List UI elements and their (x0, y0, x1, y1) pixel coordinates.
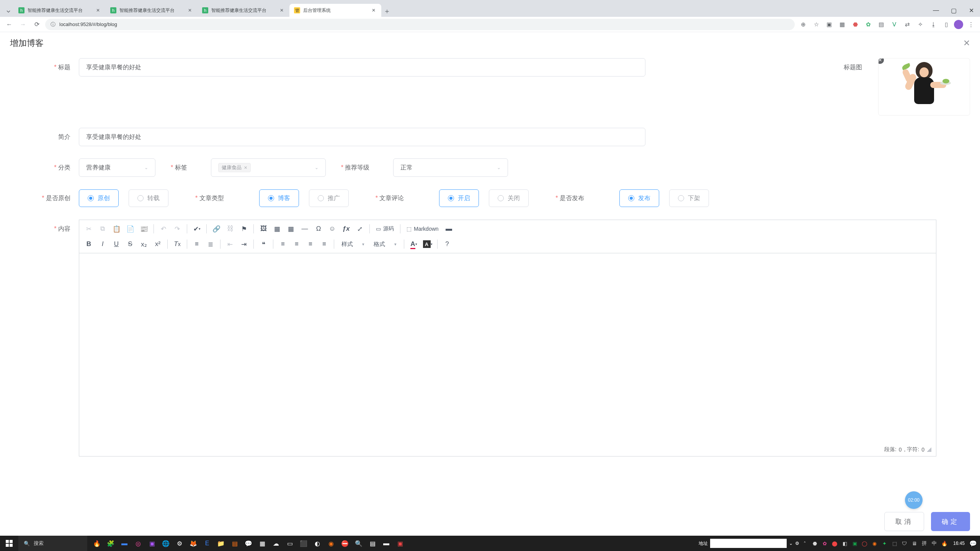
tray-icon[interactable]: ✦ (880, 539, 889, 548)
superscript-icon[interactable]: x² (151, 238, 164, 251)
app-icon[interactable]: ⚙ (173, 537, 186, 550)
app-icon[interactable]: 🦊 (187, 537, 200, 550)
tray-icon[interactable]: ◧ (841, 539, 849, 548)
paste-text-icon[interactable]: 📄 (124, 222, 137, 235)
profile-avatar[interactable] (954, 20, 963, 29)
maximize-editor-icon[interactable]: ⤢ (353, 222, 366, 235)
undo-icon[interactable]: ↶ (157, 222, 170, 235)
new-tab-button[interactable]: ＋ (381, 5, 393, 17)
ol-icon[interactable]: ≡ (190, 238, 203, 251)
app-icon[interactable]: ⬛ (297, 537, 310, 550)
intro-input[interactable] (79, 128, 645, 146)
browser-tab-1[interactable]: h 智能推荐健康生活交流平台 ✕ (106, 4, 198, 17)
image-icon[interactable]: 🖼 (257, 222, 270, 235)
tray-icon[interactable]: ✿ (821, 539, 829, 548)
blockquote-icon[interactable]: ❝ (257, 238, 270, 251)
start-button[interactable] (0, 536, 18, 551)
title-input[interactable] (79, 58, 645, 77)
app-icon[interactable]: ▬ (380, 537, 393, 550)
align-left-icon[interactable]: ≡ (276, 238, 289, 251)
source-button[interactable]: ▭ 源码 (373, 222, 397, 235)
remove-format-icon[interactable]: Tx (171, 238, 184, 251)
app-icon[interactable]: ▣ (145, 537, 158, 550)
style-combo[interactable]: 样式▾ (337, 238, 369, 251)
paste-word-icon[interactable]: 📰 (137, 222, 150, 235)
markdown-button[interactable]: ⬚ Markdown (403, 222, 442, 235)
extensions-icon[interactable]: ✧ (915, 19, 926, 30)
tray-icon[interactable]: ⬤ (831, 539, 839, 548)
taskbar-clock[interactable]: 16:45 (950, 541, 968, 546)
tray-lang[interactable]: 拼 (920, 539, 929, 548)
zoom-icon[interactable]: ⊕ (798, 19, 808, 30)
ime-input[interactable] (710, 539, 787, 548)
close-icon[interactable]: ✕ (279, 7, 285, 13)
app-icon[interactable]: ⛔ (338, 537, 351, 550)
category-select[interactable]: 营养健康 ⌄ (79, 158, 155, 177)
markdown-paste-icon[interactable]: ▬ (443, 222, 456, 235)
notifications-icon[interactable]: 💬 (969, 540, 977, 547)
app-icon[interactable]: ▦ (256, 537, 269, 550)
tray-icon[interactable]: 🛡 (900, 539, 909, 548)
align-center-icon[interactable]: ≡ (290, 238, 303, 251)
align-justify-icon[interactable]: ≡ (318, 238, 331, 251)
omnibox[interactable]: ⓘ localhost:9528/#/blog/blog (45, 19, 795, 30)
ext3-icon[interactable]: ⬣ (850, 19, 861, 30)
close-window-button[interactable]: ✕ (962, 4, 980, 17)
tag-remove-icon[interactable]: ✕ (244, 165, 247, 170)
tray-up-icon[interactable]: ˄ (801, 539, 809, 548)
app-icon[interactable]: ▭ (283, 537, 296, 550)
app-icon[interactable]: ◎ (132, 537, 145, 550)
ime-caret-icon[interactable]: ⌄ (789, 541, 793, 546)
bold-icon[interactable]: B (82, 238, 95, 251)
app-icon[interactable]: ▤ (228, 537, 241, 550)
app-icon[interactable]: ◉ (325, 537, 338, 550)
title-image-upload[interactable]: ✕ (878, 58, 970, 116)
emoji-icon[interactable]: ☺ (326, 222, 339, 235)
tray-icon[interactable]: ▣ (851, 539, 859, 548)
browser-tab-3[interactable]: 管 后台管理系统 ✕ (289, 4, 381, 17)
translate-icon[interactable]: ⇄ (902, 19, 913, 30)
tray-icon[interactable]: 🖥 (910, 539, 919, 548)
confirm-button[interactable]: 确定 (931, 512, 970, 531)
special-char-icon[interactable]: Ω (312, 222, 325, 235)
radio-comment-on[interactable]: 开启 (439, 189, 479, 207)
ime-settings-icon[interactable]: ⚙ (795, 541, 799, 546)
radio-promo[interactable]: 推广 (309, 189, 349, 207)
close-icon[interactable]: ✕ (187, 7, 193, 13)
strike-icon[interactable]: S (124, 238, 137, 251)
app-icon[interactable]: ☁ (270, 537, 283, 550)
radio-publish[interactable]: 发布 (619, 189, 659, 207)
reco-select[interactable]: 正常 ⌄ (393, 158, 508, 177)
codesnippet-icon[interactable]: ▦ (271, 222, 284, 235)
table-icon[interactable]: ▦ (284, 222, 297, 235)
math-icon[interactable]: ƒx (340, 222, 353, 235)
app-icon[interactable]: ◐ (311, 537, 324, 550)
text-color-icon[interactable]: A▾ (407, 238, 420, 251)
tray-icon[interactable]: ⬚ (890, 539, 899, 548)
format-combo[interactable]: 格式▾ (369, 238, 401, 251)
copy-icon[interactable]: ⧉ (96, 222, 109, 235)
ext2-icon[interactable]: ▦ (837, 19, 848, 30)
editor-body[interactable]: 段落: 0 , 字符: 0 (79, 253, 936, 456)
remove-image-icon[interactable]: ✕ (878, 58, 884, 64)
close-icon[interactable]: ✕ (95, 7, 101, 13)
bg-color-icon[interactable]: A▾ (421, 238, 434, 251)
app-icon[interactable]: 🌐 (159, 537, 172, 550)
italic-icon[interactable]: I (96, 238, 109, 251)
hr-icon[interactable]: ― (298, 222, 311, 235)
cancel-button[interactable]: 取消 (884, 512, 924, 531)
download-icon[interactable]: ⭳ (928, 19, 939, 30)
indent-icon[interactable]: ⇥ (237, 238, 250, 251)
subscript-icon[interactable]: x₂ (137, 238, 150, 251)
forward-button[interactable]: → (18, 19, 28, 30)
outdent-icon[interactable]: ⇤ (224, 238, 237, 251)
radio-original[interactable]: 原创 (79, 189, 119, 207)
title-input-field[interactable] (86, 64, 638, 71)
app-icon[interactable]: 🔍 (352, 537, 365, 550)
app-icon[interactable]: 🔥 (90, 537, 103, 550)
bookmark-star-icon[interactable]: ☆ (811, 19, 822, 30)
tray-icon[interactable]: 🔥 (940, 539, 949, 548)
help-icon[interactable]: ? (441, 238, 454, 251)
sidepanel-icon[interactable]: ▯ (941, 19, 952, 30)
app-icon[interactable]: ▤ (366, 537, 379, 550)
